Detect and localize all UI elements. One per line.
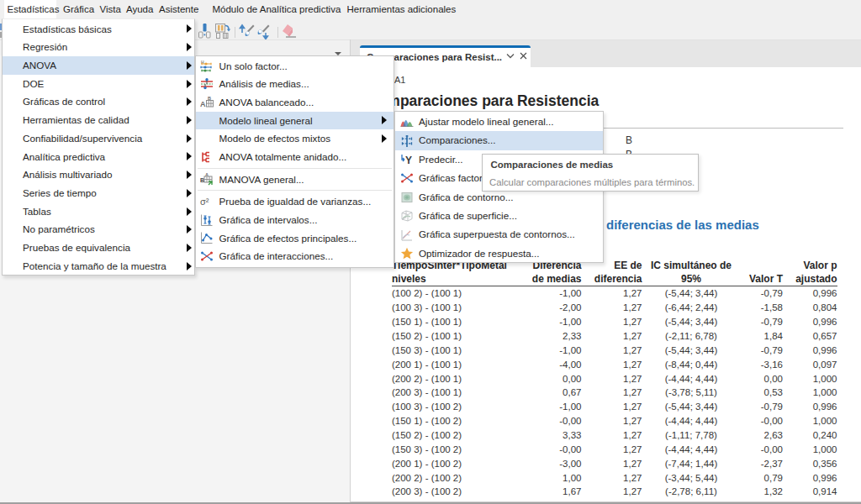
svg-text:Y: Y xyxy=(405,155,412,166)
svg-text:B: B xyxy=(200,177,204,183)
svg-text:A: A xyxy=(200,100,206,108)
